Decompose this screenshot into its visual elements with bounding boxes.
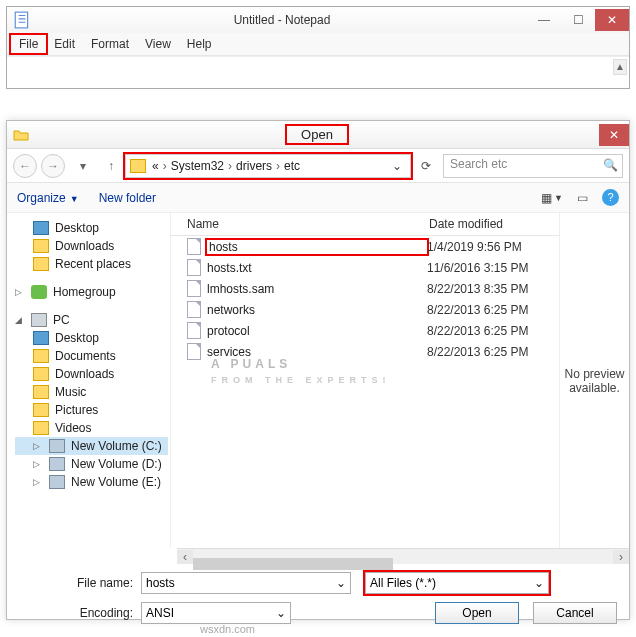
crumb-etc[interactable]: etc xyxy=(284,159,300,173)
preview-pane-button[interactable]: ▭ xyxy=(577,191,588,205)
notepad-editor[interactable]: ▲ xyxy=(7,56,629,88)
search-icon: 🔍 xyxy=(603,158,618,172)
refresh-button[interactable]: ⟳ xyxy=(415,155,437,177)
dialog-toolbar: Organize▼ New folder ▦▼ ▭ ? xyxy=(7,183,629,213)
search-input[interactable]: Search etc 🔍 xyxy=(443,154,623,178)
file-icon xyxy=(187,322,201,339)
crumb-drivers[interactable]: drivers xyxy=(236,159,272,173)
search-placeholder: Search etc xyxy=(450,157,507,171)
col-name[interactable]: Name xyxy=(187,217,429,231)
dialog-titlebar[interactable]: Open ✕ xyxy=(7,121,629,149)
file-icon xyxy=(187,301,201,318)
file-list[interactable]: Name Date modified hosts1/4/2019 9:56 PM… xyxy=(171,213,559,548)
list-item[interactable]: protocol8/22/2013 6:25 PM xyxy=(171,320,559,341)
help-button[interactable]: ? xyxy=(602,189,619,206)
scroll-up-arrow[interactable]: ▲ xyxy=(613,59,627,75)
tree-pc-downloads[interactable]: Downloads xyxy=(15,365,168,383)
crumb-prefix: « xyxy=(152,159,159,173)
open-dialog: Open ✕ ← → ▾ ↑ « › System32 › drivers › … xyxy=(6,120,630,620)
organize-button[interactable]: Organize▼ xyxy=(17,191,79,205)
tree-pc-pictures[interactable]: Pictures xyxy=(15,401,168,419)
list-item[interactable]: hosts1/4/2019 9:56 PM xyxy=(171,236,559,257)
notepad-window: Untitled - Notepad — ☐ ✕ File Edit Forma… xyxy=(6,6,630,89)
crumb-system32[interactable]: System32 xyxy=(171,159,224,173)
svg-rect-0 xyxy=(15,12,27,28)
nav-up-button[interactable]: ↑ xyxy=(101,156,121,176)
filename-label: File name: xyxy=(19,576,141,590)
menu-edit[interactable]: Edit xyxy=(46,35,83,53)
encoding-select[interactable]: ANSI⌄ xyxy=(141,602,291,624)
nav-tree[interactable]: Desktop Downloads Recent places ▷Homegro… xyxy=(7,213,171,548)
open-button[interactable]: Open xyxy=(435,602,519,624)
nav-recent-dropdown[interactable]: ▾ xyxy=(73,156,93,176)
tree-pc[interactable]: ◢PC xyxy=(15,311,168,329)
tree-drive-d[interactable]: ▷New Volume (D:) xyxy=(15,455,168,473)
tree-recent[interactable]: Recent places xyxy=(15,255,168,273)
dialog-footer: File name: hosts⌄ All Files (*.*)⌄ Encod… xyxy=(7,564,629,637)
tree-downloads[interactable]: Downloads xyxy=(15,237,168,255)
file-icon xyxy=(187,238,201,255)
list-item[interactable]: services8/22/2013 6:25 PM xyxy=(171,341,559,362)
file-icon xyxy=(187,280,201,297)
col-date[interactable]: Date modified xyxy=(429,217,559,231)
notepad-titlebar[interactable]: Untitled - Notepad — ☐ ✕ xyxy=(7,7,629,33)
view-options-button[interactable]: ▦▼ xyxy=(541,191,563,205)
tree-drive-e[interactable]: ▷New Volume (E:) xyxy=(15,473,168,491)
menu-file[interactable]: File xyxy=(11,35,46,53)
nav-forward-button[interactable]: → xyxy=(41,154,65,178)
chevron-right-icon: › xyxy=(159,159,171,173)
tree-pc-documents[interactable]: Documents xyxy=(15,347,168,365)
file-icon xyxy=(187,343,201,360)
dialog-navbar: ← → ▾ ↑ « › System32 › drivers › etc ⌄ ⟳… xyxy=(7,149,629,183)
preview-pane: No preview available. xyxy=(559,213,629,548)
filename-input[interactable]: hosts⌄ xyxy=(141,572,351,594)
menu-help[interactable]: Help xyxy=(179,35,220,53)
source-watermark: wsxdn.com xyxy=(200,623,255,635)
maximize-button[interactable]: ☐ xyxy=(561,9,595,31)
dialog-close-button[interactable]: ✕ xyxy=(599,124,629,146)
notepad-title: Untitled - Notepad xyxy=(37,13,527,27)
encoding-label: Encoding: xyxy=(19,606,141,620)
breadcrumb-dropdown[interactable]: ⌄ xyxy=(388,159,406,173)
tree-homegroup[interactable]: ▷Homegroup xyxy=(15,283,168,301)
tree-pc-music[interactable]: Music xyxy=(15,383,168,401)
tree-desktop[interactable]: Desktop xyxy=(15,219,168,237)
filetype-select[interactable]: All Files (*.*)⌄ xyxy=(365,572,549,594)
scroll-right-arrow[interactable]: › xyxy=(613,550,629,564)
notepad-icon xyxy=(13,11,31,29)
scroll-left-arrow[interactable]: ‹ xyxy=(177,550,193,564)
file-icon xyxy=(187,259,201,276)
chevron-right-icon: › xyxy=(272,159,284,173)
cancel-button[interactable]: Cancel xyxy=(533,602,617,624)
list-header[interactable]: Name Date modified xyxy=(171,213,559,236)
nav-back-button[interactable]: ← xyxy=(13,154,37,178)
tree-pc-desktop[interactable]: Desktop xyxy=(15,329,168,347)
dialog-title: Open xyxy=(287,126,347,143)
scroll-thumb[interactable] xyxy=(193,558,393,570)
minimize-button[interactable]: — xyxy=(527,9,561,31)
menu-view[interactable]: View xyxy=(137,35,179,53)
h-scrollbar[interactable]: ‹ › xyxy=(177,548,629,564)
tree-drive-c[interactable]: ▷New Volume (C:) xyxy=(15,437,168,455)
dialog-body: Desktop Downloads Recent places ▷Homegro… xyxy=(7,213,629,548)
menu-format[interactable]: Format xyxy=(83,35,137,53)
tree-pc-videos[interactable]: Videos xyxy=(15,419,168,437)
close-button[interactable]: ✕ xyxy=(595,9,629,31)
list-item[interactable]: networks8/22/2013 6:25 PM xyxy=(171,299,559,320)
list-item[interactable]: lmhosts.sam8/22/2013 8:35 PM xyxy=(171,278,559,299)
list-item[interactable]: hosts.txt11/6/2016 3:15 PM xyxy=(171,257,559,278)
breadcrumb[interactable]: « › System32 › drivers › etc ⌄ xyxy=(125,154,411,178)
folder-icon xyxy=(130,159,146,173)
folder-open-icon xyxy=(13,127,29,143)
notepad-menubar: File Edit Format View Help xyxy=(7,33,629,56)
newfolder-button[interactable]: New folder xyxy=(99,191,156,205)
chevron-right-icon: › xyxy=(224,159,236,173)
